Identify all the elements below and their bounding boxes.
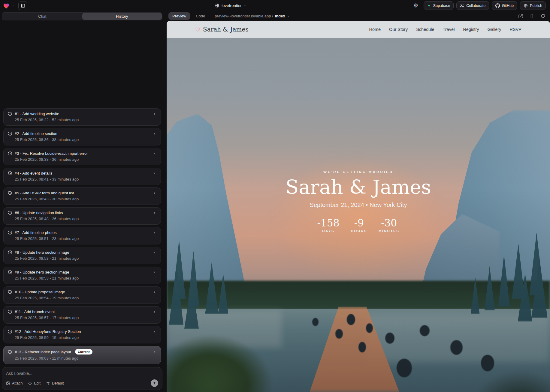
publish-button[interactable]: Publish [520, 1, 546, 10]
smartphone-icon [530, 14, 534, 18]
github-button[interactable]: GitHub [492, 1, 517, 10]
history-item[interactable]: #10 - Update proposal image 25 Feb 2025,… [3, 286, 161, 304]
chevron-right-icon [152, 211, 156, 215]
history-item-title: #10 - Update proposal image [15, 290, 65, 294]
hero-section: WE'RE GETTING MARRIED Sarah & James Sept… [167, 170, 550, 232]
history-item-title: #13 - Refactor index page layout [15, 350, 71, 354]
history-item-meta: 25 Feb 2025, 08:51 - 23 minutes ago [15, 236, 156, 241]
history-item[interactable]: #3 - Fix: Resolve Lucide-react import er… [3, 148, 161, 165]
chevron-right-icon [152, 350, 156, 354]
github-icon [495, 3, 500, 8]
history-icon [8, 230, 12, 235]
tab-history[interactable]: History [82, 13, 162, 20]
chevron-right-icon [152, 290, 156, 294]
history-item-meta: 25 Feb 2025, 08:43 - 30 minutes ago [15, 197, 156, 201]
history-item[interactable]: #5 - Add RSVP form and guest list 25 Feb… [3, 187, 161, 205]
mobile-view-button[interactable] [530, 14, 534, 18]
lovable-heart-icon [3, 3, 10, 9]
history-item-title: #11 - Add brunch event [15, 310, 55, 314]
chevron-right-icon [152, 112, 156, 116]
preview-url-base: preview--lovefrontier.lovable.app / [215, 14, 273, 18]
history-icon [8, 131, 12, 136]
history-item[interactable]: #1 - Add wedding website 25 Feb 2025, 08… [3, 108, 161, 126]
history-item-meta: 25 Feb 2025, 08:38 - 36 minutes ago [15, 157, 156, 162]
history-item[interactable]: #7 - Add timeline photos 25 Feb 2025, 08… [3, 227, 161, 244]
site-nav-link[interactable]: Our Story [389, 27, 408, 32]
tab-chat[interactable]: Chat [2, 13, 82, 20]
history-item-meta: 25 Feb 2025, 08:53 - 21 minutes ago [15, 256, 156, 261]
history-item[interactable]: #4 - Add event details 25 Feb 2025, 08:4… [3, 168, 161, 185]
history-item[interactable]: #2 - Add timeline section 25 Feb 2025, 0… [3, 128, 161, 145]
site-brand-name: Sarah & James [203, 26, 249, 33]
history-item-title: #7 - Add timeline photos [15, 230, 56, 235]
countdown: -158 DAYS -9 HOURS -30 MINUTES [317, 218, 400, 233]
open-external-button[interactable] [518, 14, 523, 19]
lovable-logo-menu[interactable] [3, 3, 14, 9]
send-button[interactable] [151, 379, 158, 387]
history-item[interactable]: #12 - Add Honeyfund Registry Section 25 … [3, 326, 161, 343]
site-nav-link[interactable]: RSVP [510, 27, 522, 32]
history-item[interactable]: #13 - Refactor index page layout Current… [3, 346, 161, 364]
project-name: lovefrontier [222, 3, 242, 8]
collaborate-button[interactable]: Collaborate [456, 1, 489, 10]
history-item-title: #5 - Add RSVP form and guest list [15, 191, 74, 195]
history-item[interactable]: #11 - Add brunch event 25 Feb 2025, 08:5… [3, 306, 161, 324]
chevron-right-icon [152, 231, 156, 235]
users-icon [460, 4, 464, 8]
refresh-button[interactable] [541, 14, 545, 18]
site-nav-link[interactable]: Schedule [416, 27, 434, 32]
ask-lovable-input[interactable] [6, 371, 158, 376]
attach-button[interactable]: Attach [6, 381, 23, 385]
history-item-title: #2 - Add timeline section [15, 131, 57, 136]
tab-code[interactable]: Code [193, 12, 208, 20]
preview-actions [518, 14, 545, 19]
preview-toolbar: Preview Code preview--lovefrontier.lovab… [167, 11, 550, 21]
tab-preview[interactable]: Preview [168, 12, 190, 20]
preview-url[interactable]: preview--lovefrontier.lovable.app / inde… [215, 14, 290, 18]
project-selector[interactable]: lovefrontier [215, 0, 247, 11]
countdown-value: -9 [354, 218, 364, 228]
arrow-up-icon [153, 381, 156, 385]
history-item[interactable]: #9 - Update hero section image 25 Feb 20… [3, 267, 161, 284]
history-list: #1 - Add wedding website 25 Feb 2025, 08… [2, 108, 162, 364]
history-icon [8, 191, 12, 195]
mode-label: Default [52, 381, 64, 385]
preview-viewport: Sarah & James HomeOur StoryScheduleTrave… [167, 21, 550, 392]
current-badge: Current [75, 349, 92, 355]
history-item-meta: 25 Feb 2025, 08:36 - 38 minutes ago [15, 137, 156, 142]
site-nav-link[interactable]: Home [369, 27, 381, 32]
history-item[interactable]: #8 - Update hero section image 25 Feb 20… [3, 247, 161, 264]
chevron-right-icon [152, 310, 156, 314]
composer: Attach Edit Default [2, 367, 162, 390]
chat-history-sidebar: Chat History #1 - Add wedding website 25… [0, 11, 164, 392]
publish-label: Publish [530, 4, 542, 8]
preview-url-page: index [275, 14, 285, 18]
sliders-icon [46, 381, 50, 385]
hero-eyebrow: WE'RE GETTING MARRIED [323, 170, 393, 174]
settings-gear-icon[interactable]: ⚙ [412, 2, 420, 9]
history-item-meta: 25 Feb 2025, 08:54 - 19 minutes ago [15, 296, 156, 300]
history-item[interactable]: #6 - Update navigation links 25 Feb 2025… [3, 207, 161, 225]
refresh-icon [541, 14, 545, 18]
site-brand[interactable]: Sarah & James [195, 26, 249, 33]
chevron-right-icon [152, 191, 156, 195]
site-nav-link[interactable]: Travel [443, 27, 455, 32]
chevron-right-icon [152, 330, 156, 334]
site-nav-link[interactable]: Registry [463, 27, 479, 32]
edit-button[interactable]: Edit [28, 381, 41, 385]
site-nav-link[interactable]: Gallery [488, 27, 501, 32]
mode-select-button[interactable]: Default [46, 381, 68, 385]
history-icon [8, 329, 12, 334]
collaborate-label: Collaborate [466, 4, 485, 8]
hero-subtitle: September 21, 2024 • New York City [310, 202, 407, 208]
history-item-meta: 25 Feb 2025, 09:03 - 11 minutes ago [15, 356, 156, 361]
chevron-right-icon [152, 171, 156, 175]
supabase-button[interactable]: Supabase [424, 1, 454, 10]
supabase-label: Supabase [433, 4, 450, 8]
sidebar-toggle-button[interactable] [18, 1, 27, 10]
history-item-meta: 25 Feb 2025, 08:59 - 15 minutes ago [15, 335, 156, 340]
history-icon [8, 350, 12, 354]
history-icon [8, 112, 12, 116]
image-icon [6, 381, 10, 385]
sidebar-tabs: Chat History [2, 12, 162, 20]
